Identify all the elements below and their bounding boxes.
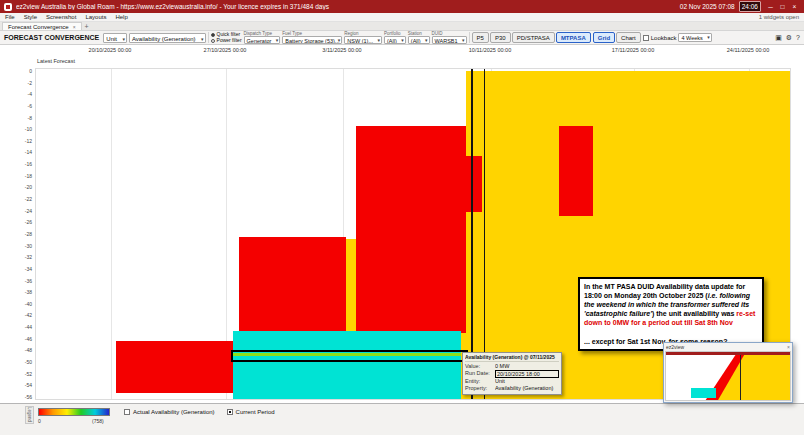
- y-axis-tick: -10: [25, 126, 32, 132]
- y-axis-tick: 0: [29, 68, 32, 74]
- filter-select-duid[interactable]: WARSB1▾: [432, 36, 467, 44]
- block-red-mid: [239, 237, 346, 331]
- tooltip-row-label: Value:: [465, 363, 493, 370]
- countdown-badge: 24:06: [739, 1, 761, 12]
- pasa-button-group: P5P30PD/STPASAMTPASA: [472, 32, 591, 43]
- annotation-text: In the MT PASA DUID Availability data up…: [584, 282, 758, 346]
- thumbnail-title: ez2view: [666, 344, 684, 351]
- menu-help[interactable]: Help: [115, 14, 127, 20]
- y-axis-tick: -36: [25, 278, 32, 284]
- y-axis-tick: -32: [25, 254, 32, 260]
- close-button[interactable]: ×: [789, 1, 800, 12]
- menu-style[interactable]: Style: [24, 14, 37, 20]
- y-axis-tick: -26: [25, 219, 32, 225]
- pasa-button-mtpasa[interactable]: MTPASA: [556, 32, 591, 43]
- menu-screenshot[interactable]: Screenshot: [46, 14, 76, 20]
- y-axis-tick: -40: [25, 301, 32, 307]
- window-titlebar: ez2view Australia by Global Roam - https…: [0, 0, 804, 13]
- filter-value: (All): [387, 38, 397, 44]
- grid-view-button[interactable]: Grid: [593, 32, 615, 43]
- y-axis-tick: -2: [28, 80, 32, 86]
- minimize-button[interactable]: ─: [765, 1, 776, 12]
- tooltip-rows: Value:0 MWRun Date:20/10/2025 18:00Entit…: [465, 363, 559, 392]
- y-axis-tick: -28: [25, 231, 32, 237]
- lookback-checkbox[interactable]: [643, 35, 649, 41]
- popout-icon[interactable]: ▣: [775, 34, 782, 42]
- block-red-left: [116, 341, 233, 393]
- y-axis-tick: -4: [28, 91, 32, 97]
- widget-toolbar: FORECAST CONVERGENCE Unit ▾ Availability…: [0, 31, 804, 45]
- chart-area: 20/10/2025 00:0027/10/2025 00:003/11/202…: [0, 45, 804, 403]
- menu-file[interactable]: File: [5, 14, 15, 20]
- chart-view-button[interactable]: Chart: [616, 32, 641, 43]
- window-thumbnail[interactable]: ez2view ×: [663, 342, 793, 403]
- power-filter-option[interactable]: Power filter: [211, 38, 242, 43]
- filter-select-dispatch-type[interactable]: Generator▾: [244, 36, 281, 44]
- separator: [469, 32, 470, 43]
- view-toggle-group: GridChart: [593, 32, 641, 43]
- pasa-button-p30[interactable]: P30: [490, 32, 511, 43]
- filter-dropdowns: Dispatch TypeGenerator▾Fuel TypeBattery …: [244, 31, 467, 44]
- checkbox[interactable]: [124, 409, 130, 415]
- lookback-value: 4 Weeks: [681, 35, 702, 41]
- chevron-down-icon: ▾: [378, 37, 381, 43]
- filter-select-station[interactable]: (All)▾: [408, 36, 430, 44]
- x-axis-label: 27/10/2025 00:00: [204, 47, 247, 53]
- chevron-down-icon: ▾: [276, 37, 279, 43]
- selected-run-stripe: [233, 353, 461, 356]
- filter-value: NSW (1)...: [347, 38, 373, 44]
- tab-forecast-convergence[interactable]: Forecast Convergence ×: [2, 22, 82, 30]
- maximize-button[interactable]: □: [777, 1, 788, 12]
- entity-type-select[interactable]: Unit ▾: [103, 33, 127, 43]
- power-filter-label: Power filter: [217, 38, 242, 43]
- annotation-segment: ) the unit availability was: [652, 310, 736, 317]
- current-period-line: [471, 69, 473, 399]
- chevron-down-icon: ▾: [462, 37, 465, 43]
- status-bar: Legend 0 (758) Actual Availability (Gene…: [0, 403, 804, 435]
- nem-clock: 02 Nov 2025 07:08: [680, 3, 735, 10]
- filter-region: RegionNSW (1)...▾: [344, 31, 382, 44]
- block-red-narrow: [464, 156, 482, 212]
- x-axis-label: 10/11/2025 00:00: [469, 47, 511, 53]
- y-axis-tick: -8: [28, 115, 32, 121]
- new-tab-button[interactable]: +: [82, 22, 92, 30]
- filter-select-fuel-type[interactable]: Battery Storage (53)...▾: [282, 36, 342, 44]
- lookback-select[interactable]: 4 Weeks ▾: [678, 33, 711, 42]
- y-axis-tick: -24: [25, 208, 32, 214]
- checkbox[interactable]: [227, 409, 233, 415]
- toolbar-icons: ▣ ⚙ ?: [775, 34, 800, 42]
- tooltip-row: Entity:Unit: [465, 378, 559, 385]
- filter-value: Generator: [247, 38, 272, 44]
- x-axis-label: 3/11/2025 00:00: [322, 47, 361, 53]
- tab-close-icon[interactable]: ×: [73, 24, 76, 30]
- metric-select[interactable]: Availability (Generation) ▾: [129, 33, 206, 43]
- chevron-down-icon: ▾: [425, 37, 428, 43]
- y-axis: 0-2-4-6-8-10-12-14-16-18-20-22-24-26-28-…: [12, 68, 32, 400]
- pasa-button-p5[interactable]: P5: [472, 32, 489, 43]
- menu-bar: FileStyleScreenshotLayoutsHelp 1 widgets…: [0, 13, 804, 22]
- y-axis-tick: -18: [25, 173, 32, 179]
- thumbnail-current-line: [740, 355, 741, 400]
- filter-value: WARSB1: [435, 38, 458, 44]
- y-axis-tick: -52: [25, 371, 32, 377]
- gear-icon[interactable]: ⚙: [786, 34, 792, 42]
- thumbnail-close-icon[interactable]: ×: [787, 344, 790, 351]
- pasa-button-pd-stpasa[interactable]: PD/STPASA: [512, 32, 555, 43]
- help-icon[interactable]: ?: [796, 34, 800, 42]
- menu-layouts[interactable]: Layouts: [85, 14, 106, 20]
- filter-select-region[interactable]: NSW (1)...▾: [344, 36, 382, 44]
- radio-selected-icon: [211, 33, 215, 37]
- x-axis-label: 17/11/2025 00:00: [612, 47, 654, 53]
- widget-title: FORECAST CONVERGENCE: [4, 34, 99, 41]
- y-axis-tick: -38: [25, 289, 32, 295]
- thumbnail-label: ez2view ×: [665, 344, 791, 351]
- filter-select-portfolio[interactable]: (All)▾: [384, 36, 406, 44]
- tooltip-row: Run Date:20/10/2025 18:00: [465, 370, 559, 378]
- thumbnail-cyan-region: [691, 388, 716, 398]
- legend-toggles: Actual Availability (Generation)Current …: [124, 409, 275, 415]
- filter-value: (All): [411, 38, 421, 44]
- chevron-down-icon: ▾: [338, 37, 341, 43]
- separator: [208, 32, 209, 43]
- block-red-right: [559, 126, 593, 216]
- legend-tab[interactable]: Legend: [25, 406, 34, 424]
